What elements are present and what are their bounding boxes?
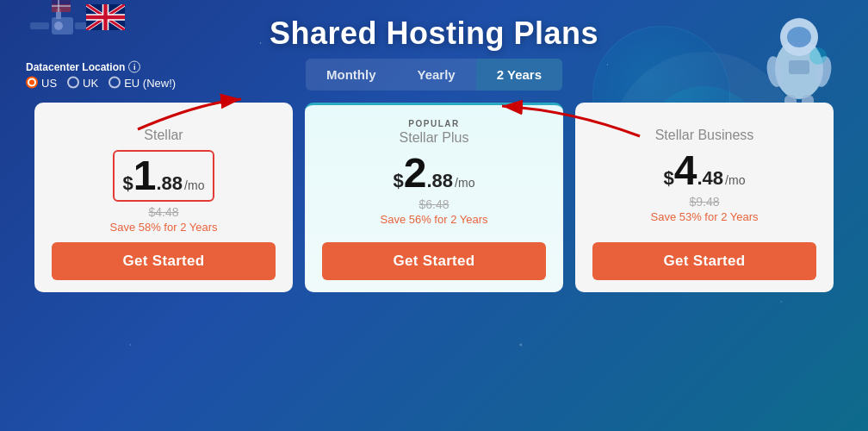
price-decimal-stellar-business: .48 (698, 167, 724, 190)
save-text-stellar-plus: Save 56% for 2 Years (380, 213, 487, 226)
page-title: Shared Hosting Plans (0, 16, 868, 52)
radio-label-uk: UK (83, 76, 98, 89)
radio-item-eu[interactable]: EU (New!) (108, 76, 176, 89)
header-section: Shared Hosting Plans (0, 0, 868, 52)
plan-card-stellar: POPULAR Stellar $ 1 .88 /mo $4.48 Save 5… (34, 103, 293, 292)
price-box-stellar-plus: $ 2 .88 /mo (394, 153, 475, 194)
get-started-stellar[interactable]: Get Started (52, 242, 276, 280)
dollar-stellar-plus: $ (394, 170, 404, 192)
radio-item-uk[interactable]: UK (67, 76, 98, 89)
controls-row: Datacenter Location i US UK EU (New!) (0, 59, 868, 91)
old-price-stellar: $4.48 (148, 205, 178, 219)
price-box-stellar: $ 1 .88 /mo (113, 150, 215, 202)
plan-name-stellar-business: Stellar Business (655, 128, 754, 143)
price-main-stellar-plus: 2 (404, 153, 427, 194)
price-decimal-stellar-plus: .88 (427, 170, 454, 192)
old-price-stellar-business: $9.48 (689, 195, 719, 209)
plan-card-stellar-plus: POPULAR Stellar Plus $ 2 .88 /mo $6.48 S… (305, 103, 563, 292)
old-price-stellar-plus: $6.48 (418, 197, 449, 211)
radio-label-us: US (41, 76, 57, 89)
price-decimal-stellar: .88 (157, 172, 183, 195)
tab-monthly[interactable]: Monthly (306, 59, 397, 91)
save-text-stellar-business: Save 53% for 2 Years (650, 210, 758, 223)
dollar-stellar-business: $ (664, 167, 674, 190)
save-text-stellar: Save 58% for 2 Years (109, 221, 217, 234)
plan-name-stellar: Stellar (144, 128, 183, 143)
radio-group: US UK EU (New!) (26, 76, 176, 89)
price-per-stellar-business: /mo (725, 173, 745, 187)
get-started-stellar-plus[interactable]: Get Started (322, 242, 546, 280)
popular-badge-stellar-plus: POPULAR (408, 119, 459, 128)
price-main-stellar: 1 (133, 155, 157, 197)
price-per-stellar: /mo (184, 178, 204, 192)
get-started-stellar-business[interactable]: Get Started (592, 242, 816, 280)
info-icon[interactable]: i (128, 60, 140, 72)
price-main-stellar-business: 4 (674, 150, 698, 191)
plan-name-stellar-plus: Stellar Plus (400, 130, 469, 146)
price-per-stellar-plus: /mo (455, 176, 474, 190)
tab-2years[interactable]: 2 Years (476, 59, 562, 91)
plans-row: POPULAR Stellar $ 1 .88 /mo $4.48 Save 5… (0, 91, 868, 292)
radio-uk[interactable] (67, 77, 79, 89)
radio-us[interactable] (26, 77, 38, 89)
billing-tabs: Monthly Yearly 2 Years (306, 59, 562, 91)
price-box-stellar-business: $ 4 .48 /mo (664, 150, 746, 191)
tab-yearly[interactable]: Yearly (397, 59, 476, 91)
radio-label-eu: EU (New!) (124, 76, 176, 89)
datacenter-section: Datacenter Location i US UK EU (New!) (26, 60, 176, 89)
plan-card-stellar-business: POPULAR Stellar Business $ 4 .48 /mo $9.… (575, 103, 834, 292)
datacenter-label: Datacenter Location i (26, 60, 176, 72)
dollar-stellar: $ (123, 172, 133, 195)
radio-item-us[interactable]: US (26, 76, 57, 89)
radio-eu[interactable] (108, 77, 121, 89)
